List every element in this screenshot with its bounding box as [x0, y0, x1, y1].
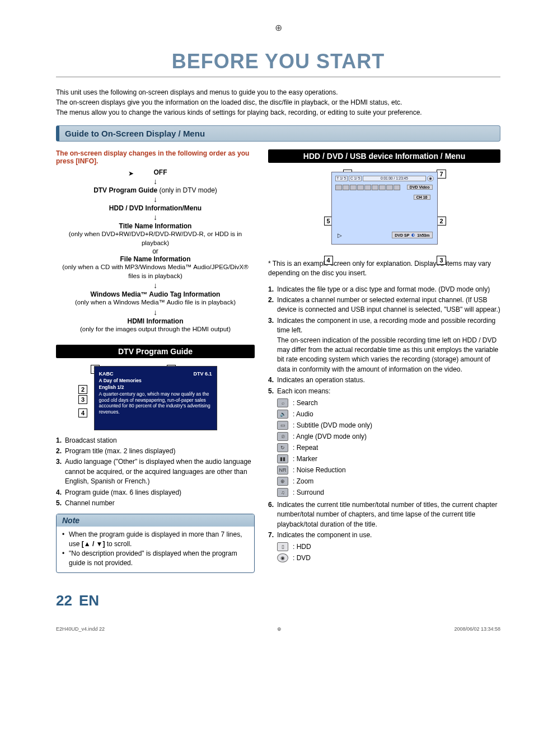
flow-file-name-sub: (only when a CD with MP3/Windows Media™ …	[56, 263, 255, 280]
right-item-1: Indicates the file type or a disc type a…	[277, 285, 490, 294]
icon-legend: ⌕: Search 🔊: Audio ▭: Subtitle (DVD mode…	[268, 398, 500, 497]
note-box: Note When the program guide is displayed…	[56, 514, 255, 572]
flow-hdd-title: HDD / DVD Information/Menu	[56, 204, 255, 212]
osd-channel: CH 10	[414, 195, 430, 200]
subtitle-icon: ▭	[277, 421, 288, 430]
flow-dtv-sub: (only in DTV mode)	[160, 186, 217, 194]
print-file: E2H40UD_v4.indd 22	[56, 626, 105, 632]
intro-text: This unit uses the following on-screen d…	[56, 87, 500, 118]
dtv-list: 1.Broadcast station 2.Program title (max…	[56, 436, 255, 509]
repeat-icon: ↻	[277, 443, 288, 452]
flow-off: OFF	[154, 168, 167, 176]
flow-wma-tag-sub: (only when a Windows Media™ Audio file i…	[56, 298, 255, 307]
dtv-item-3: Audio language ("Other" is displayed whe…	[65, 457, 255, 486]
dtv-item-1: Broadcast station	[65, 436, 117, 445]
flow-title-name: Title Name Information	[56, 222, 255, 230]
right-item-4: Indicates an operation status.	[277, 375, 365, 385]
search-icon: ⌕	[277, 398, 288, 407]
osd-callout-2: 2	[437, 217, 446, 226]
osd-callout-3: 3	[437, 256, 446, 265]
guide-description: A quarter-century ago, which may now qua…	[99, 391, 212, 415]
osd-rec-status: DVD SP ◐ 1h53m	[392, 232, 432, 238]
flow-diagram: ➤ OFF ↓ DTV Program Guide (only in DTV m…	[56, 168, 255, 334]
flow-wma-tag: Windows Media™ Audio Tag Information	[56, 290, 255, 298]
flow-dtv-title: DTV Program Guide	[93, 186, 157, 194]
osd-time: 0:01:00 / 1:23:45	[363, 176, 425, 181]
dvd-icon: ◉	[277, 553, 288, 562]
note-heading: Note	[57, 514, 254, 527]
osd-callout-7: 7	[437, 170, 446, 179]
osd-note: * This is an example screen only for exp…	[268, 259, 500, 278]
arrow-down-icon: ↓	[56, 281, 255, 289]
registration-mark-icon: ⊕	[277, 626, 282, 632]
flow-title-name-sub: (only when DVD+RW/DVD+R/DVD-RW/DVD-R, or…	[56, 230, 255, 247]
callout-3: 3	[78, 395, 87, 404]
page-title: BEFORE YOU START	[56, 50, 500, 73]
flow-file-name: File Name Information	[56, 255, 255, 263]
arrow-down-icon: ↓	[56, 308, 255, 316]
registration-mark-icon: ⊕	[56, 22, 500, 33]
arrow-down-icon: ↓	[56, 195, 255, 203]
dtv-item-5: Channel number	[65, 499, 115, 508]
dtv-guide-screenshot: KABC DTV 6.1 A Day of Memories English 1…	[94, 366, 217, 430]
intro-line-1: This unit uses the following on-screen d…	[56, 87, 500, 97]
hdd-info-heading: HDD / DVD / USB device Information / Men…	[268, 149, 500, 163]
guide-program-title: A Day of Memories	[99, 378, 212, 383]
hdd-icon: ▯	[277, 542, 288, 551]
callout-4: 4	[78, 408, 87, 417]
guide-channel: DTV 6.1	[193, 371, 212, 377]
arrow-right-icon: ➤	[128, 170, 134, 177]
dtv-guide-heading: DTV Program Guide	[56, 345, 255, 358]
dtv-item-2: Program title (max. 2 lines displayed)	[65, 447, 175, 456]
arrow-down-icon: ↓	[56, 177, 255, 185]
disc-icon: ◉	[427, 176, 434, 181]
flow-hdmi-sub: (only for the images output through the …	[56, 325, 255, 334]
divider	[56, 77, 500, 77]
right-item-7: Indicates the component in use.	[277, 530, 372, 540]
osd-icon-row	[335, 185, 400, 190]
guide-station: KABC	[99, 371, 114, 377]
right-item-2: Indicates a channel number or selected e…	[277, 295, 500, 315]
right-item-3: Indicates the component in use, a record…	[277, 316, 500, 374]
left-lead: The on-screen display changes in the fol…	[56, 149, 255, 165]
osd-screenshot: T 1/ 5 C 1/ 5 0:01:00 / 1:23:45 ◉ DVD Vi…	[331, 172, 438, 245]
intro-line-3: The menus allow you to change the variou…	[56, 107, 500, 118]
angle-icon: ⎚	[277, 432, 288, 441]
note-item-1: When the program guide is displayed in m…	[62, 530, 249, 549]
osd-callout-4: 4	[324, 256, 333, 265]
surround-icon: ♫	[277, 488, 288, 497]
osd-chapter-counter: C 1/ 5	[349, 176, 362, 181]
callout-2: 2	[78, 385, 87, 394]
page-lang: EN	[79, 592, 99, 609]
right-item-6: Indicates the current title number/total…	[277, 500, 500, 529]
arrow-down-icon: ↓	[56, 213, 255, 221]
print-metadata: E2H40UD_v4.indd 22 ⊕ 2008/06/02 13:34:58	[56, 626, 500, 632]
osd-title-counter: T 1/ 5	[335, 176, 348, 181]
audio-icon: 🔊	[277, 410, 288, 419]
flow-hdmi: HDMI Information	[56, 317, 255, 325]
osd-dvd-video-badge: DVD Video	[407, 185, 433, 190]
guide-audio-lang: English 1/2	[99, 384, 212, 390]
marker-icon: ▮▮	[277, 454, 288, 463]
zoom-icon: ⊕	[277, 477, 288, 486]
noise-reduction-icon: NR	[277, 466, 288, 475]
page-footer: 22 EN	[56, 592, 500, 609]
section-heading: Guide to On-Screen Display / Menu	[56, 125, 500, 142]
right-item-5: Each icon means:	[277, 387, 330, 396]
page-number: 22	[56, 592, 72, 609]
flow-or: or	[56, 247, 255, 255]
play-icon: ▷	[338, 232, 342, 238]
intro-line-2: The on-screen displays give you the info…	[56, 97, 500, 107]
print-timestamp: 2008/06/02 13:34:58	[454, 626, 500, 632]
note-item-2: "No description provided" is displayed w…	[62, 549, 249, 568]
dtv-item-4: Program guide (max. 6 lines displayed)	[65, 488, 181, 497]
